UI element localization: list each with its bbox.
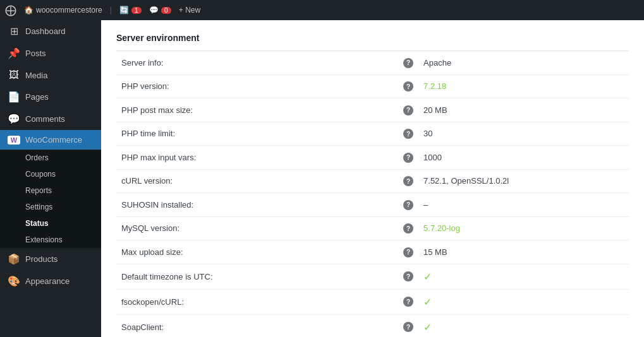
sidebar-item-appearance[interactable]: 🎨 Appearance (0, 270, 101, 292)
sidebar-item-status[interactable]: Status (0, 215, 101, 232)
row-value: Apache (418, 51, 629, 74)
pages-icon: 📄 (8, 91, 20, 103)
server-env-table: Server info:?ApachePHP version:?7.2.18PH… (116, 51, 629, 337)
help-col: ? (398, 122, 418, 146)
table-row: fsockopen/cURL:?✓ (116, 289, 629, 314)
table-row: PHP max input vars:?1000 (116, 146, 629, 170)
table-row: SoapClient:?✓ (116, 314, 629, 337)
row-value: 7.52.1, OpenSSL/1.0.2l (418, 169, 629, 193)
table-row: Max upload size:?15 MB (116, 240, 629, 264)
help-col: ? (398, 289, 418, 314)
sidebar-item-coupons[interactable]: Coupons (0, 166, 101, 182)
help-icon[interactable]: ? (403, 247, 413, 257)
sidebar-item-products[interactable]: 📦 Products (0, 248, 101, 270)
sidebar-item-orders[interactable]: Orders (0, 150, 101, 166)
media-icon: 🖼 (8, 69, 20, 81)
row-label: PHP version: (116, 74, 398, 98)
row-value: 1000 (418, 146, 629, 170)
row-label: PHP time limit: (116, 122, 398, 146)
help-icon[interactable]: ? (403, 129, 413, 139)
help-icon[interactable]: ? (403, 271, 413, 281)
comments-menu-icon: 💬 (8, 113, 20, 125)
row-label: SoapClient: (116, 314, 398, 337)
check-icon: ✓ (423, 297, 432, 307)
help-icon[interactable]: ? (403, 105, 413, 115)
table-row: Server info:?Apache (116, 51, 629, 74)
row-label: Default timezone is UTC: (116, 264, 398, 289)
table-row: PHP time limit:?30 (116, 122, 629, 146)
sidebar-item-dashboard[interactable]: ⊞ Dashboard (0, 20, 101, 42)
table-row: PHP post max size:?20 MB (116, 98, 629, 122)
posts-icon: 📌 (8, 47, 20, 59)
row-label: MySQL version: (116, 216, 398, 240)
appearance-icon: 🎨 (8, 275, 20, 287)
sidebar-item-woocommerce[interactable]: W WooCommerce (0, 130, 101, 150)
help-icon[interactable]: ? (403, 223, 413, 234)
row-value: ✓ (418, 314, 629, 337)
row-label: PHP post max size: (116, 98, 398, 122)
help-col: ? (398, 314, 418, 337)
help-icon[interactable]: ? (403, 58, 413, 68)
table-row: MySQL version:?5.7.20-log (116, 216, 629, 240)
help-icon[interactable]: ? (403, 176, 413, 186)
help-col: ? (398, 193, 418, 217)
table-row: PHP version:?7.2.18 (116, 74, 629, 98)
help-icon[interactable]: ? (403, 322, 413, 332)
sidebar-item-settings[interactable]: Settings (0, 199, 101, 215)
row-value: 30 (418, 122, 629, 146)
updates-icon: 🔄 (119, 6, 129, 15)
row-value: ✓ (418, 264, 629, 289)
wp-logo-icon[interactable]: ⨁ (5, 3, 16, 17)
row-label: fsockopen/cURL: (116, 289, 398, 314)
help-col: ? (398, 264, 418, 289)
app-layout: ⊞ Dashboard 📌 Posts 🖼 Media 📄 Pages 💬 Co… (0, 20, 644, 337)
row-value: ✓ (418, 289, 629, 314)
help-col: ? (398, 51, 418, 74)
sidebar-item-comments[interactable]: 💬 Comments (0, 108, 101, 130)
help-col: ? (398, 146, 418, 170)
comments-icon: 💬 (149, 6, 159, 15)
row-label: SUHOSIN installed: (116, 193, 398, 217)
row-value: 7.2.18 (418, 74, 629, 98)
comments-link[interactable]: 💬 0 (149, 6, 171, 15)
site-name[interactable]: 🏠 woocommercestore (24, 6, 102, 15)
row-label: Server info: (116, 51, 398, 74)
woocommerce-submenu: Orders Coupons Reports Settings Status E… (0, 150, 101, 248)
row-value: 20 MB (418, 98, 629, 122)
sidebar-item-reports[interactable]: Reports (0, 182, 101, 199)
row-label: Max upload size: (116, 240, 398, 264)
check-icon: ✓ (423, 322, 432, 333)
check-icon: ✓ (423, 271, 432, 282)
help-icon[interactable]: ? (403, 297, 413, 307)
row-label: cURL version: (116, 169, 398, 193)
topbar: ⨁ 🏠 woocommercestore | 🔄 1 💬 0 + New (0, 0, 644, 20)
row-value: 15 MB (418, 240, 629, 264)
sidebar-item-posts[interactable]: 📌 Posts (0, 42, 101, 64)
table-row: SUHOSIN installed:?– (116, 193, 629, 217)
products-icon: 📦 (8, 253, 20, 265)
table-row: Default timezone is UTC:?✓ (116, 264, 629, 289)
row-label: PHP max input vars: (116, 146, 398, 170)
row-value: 5.7.20-log (418, 216, 629, 240)
help-col: ? (398, 240, 418, 264)
help-icon[interactable]: ? (403, 200, 413, 210)
sidebar-item-pages[interactable]: 📄 Pages (0, 86, 101, 108)
new-content-link[interactable]: + New (179, 6, 200, 15)
help-col: ? (398, 169, 418, 193)
row-value: – (418, 193, 629, 217)
main-content: Server environment Server info:?ApachePH… (101, 20, 644, 337)
help-col: ? (398, 74, 418, 98)
updates-link[interactable]: 🔄 1 (119, 6, 142, 15)
section-title: Server environment (116, 33, 629, 51)
woocommerce-icon: W (8, 136, 20, 145)
table-row: cURL version:?7.52.1, OpenSSL/1.0.2l (116, 169, 629, 193)
help-icon[interactable]: ? (403, 153, 413, 163)
sidebar: ⊞ Dashboard 📌 Posts 🖼 Media 📄 Pages 💬 Co… (0, 20, 101, 337)
sidebar-item-media[interactable]: 🖼 Media (0, 64, 101, 86)
help-col: ? (398, 98, 418, 122)
dashboard-icon: ⊞ (8, 25, 20, 37)
sidebar-item-extensions[interactable]: Extensions (0, 232, 101, 248)
help-icon[interactable]: ? (403, 81, 413, 92)
home-icon: 🏠 (24, 6, 33, 15)
help-col: ? (398, 216, 418, 240)
